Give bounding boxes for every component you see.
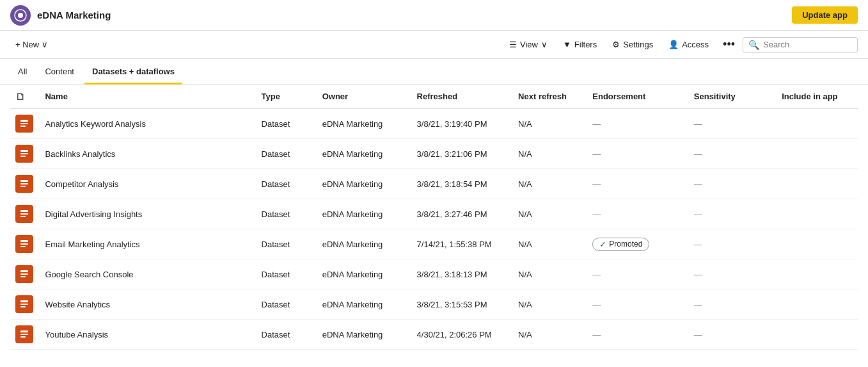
sensitivity-dash: — (694, 300, 702, 309)
row-refreshed-cell: 3/8/21, 3:18:54 PM (412, 169, 513, 199)
col-header-include-in-app: Include in app (777, 85, 858, 109)
row-sensitivity-cell: — (689, 199, 777, 229)
row-sensitivity-cell: — (689, 259, 777, 290)
row-name-cell[interactable]: Analytics Keyword Analysis (40, 109, 256, 139)
more-button[interactable]: ••• (718, 35, 740, 54)
row-icon-cell (10, 169, 40, 199)
row-next-refresh-cell: N/A (513, 229, 587, 259)
sensitivity-dash: — (694, 240, 702, 249)
endorsement-dash: — (592, 179, 601, 189)
row-sensitivity-cell: — (689, 169, 777, 199)
dataset-icon (15, 175, 33, 193)
tab-content[interactable]: Content (37, 59, 82, 85)
dataset-icon (15, 295, 33, 313)
row-name-cell[interactable]: Email Marketing Analytics (40, 229, 256, 259)
svg-rect-5 (20, 150, 28, 152)
row-include-cell (777, 259, 858, 290)
dataset-icon (15, 205, 33, 223)
row-include-cell (777, 169, 858, 199)
view-label: View (520, 40, 538, 49)
toolbar: + New ∨ ☰ View ∨ ▼ Filters ⚙ Settings 👤 … (0, 31, 868, 59)
tab-datasets[interactable]: Datasets + dataflows (84, 59, 182, 85)
col-header-next-refresh[interactable]: Next refresh (513, 85, 587, 109)
tab-all[interactable]: All (10, 59, 35, 85)
dataset-icon (15, 115, 33, 133)
col-header-name[interactable]: Name (40, 85, 256, 109)
endorsement-dash: — (592, 119, 601, 129)
svg-rect-18 (20, 273, 28, 275)
sensitivity-dash: — (694, 179, 702, 189)
filters-button[interactable]: ▼ Filters (556, 37, 603, 52)
svg-rect-16 (20, 246, 26, 247)
view-button[interactable]: ☰ View ∨ (503, 37, 554, 52)
new-button[interactable]: + New ∨ (10, 37, 53, 52)
row-type-cell: Dataset (256, 229, 317, 259)
row-owner-cell: eDNA Marketing (317, 169, 412, 199)
search-input[interactable] (763, 40, 840, 49)
svg-rect-8 (20, 180, 28, 182)
row-include-cell (777, 320, 858, 350)
view-chevron: ∨ (541, 40, 548, 49)
check-icon: ✓ (599, 240, 606, 249)
search-icon: 🔍 (748, 40, 759, 50)
table-container: 🗋 Name Type Owner Refreshed Next refresh… (0, 85, 868, 350)
sensitivity-dash: — (694, 330, 702, 339)
svg-rect-23 (20, 330, 28, 332)
row-include-cell (777, 290, 858, 320)
svg-point-1 (18, 13, 23, 18)
app-title-area: eDNA Marketing (10, 5, 111, 26)
toolbar-right: ☰ View ∨ ▼ Filters ⚙ Settings 👤 Access •… (503, 35, 858, 54)
row-name-cell[interactable]: Youtube Analysis (40, 320, 256, 350)
col-header-refreshed[interactable]: Refreshed (412, 85, 513, 109)
table-row: Analytics Keyword AnalysisDataseteDNA Ma… (10, 109, 858, 139)
svg-rect-3 (20, 123, 28, 124)
table-row: Website AnalyticsDataseteDNA Marketing3/… (10, 290, 858, 320)
row-refreshed-cell: 3/8/21, 3:19:40 PM (412, 109, 513, 139)
row-name-cell[interactable]: Competitor Analysis (40, 169, 256, 199)
row-icon-cell (10, 290, 40, 320)
settings-button[interactable]: ⚙ Settings (606, 37, 659, 52)
row-name-cell[interactable]: Digital Advertising Insights (40, 199, 256, 229)
row-refreshed-cell: 3/8/21, 3:18:13 PM (412, 259, 513, 290)
col-header-type[interactable]: Type (256, 85, 317, 109)
row-refreshed-cell: 7/14/21, 1:55:38 PM (412, 229, 513, 259)
app-title: eDNA Marketing (37, 10, 111, 20)
row-include-cell (777, 139, 858, 169)
row-name-cell[interactable]: Backlinks Analytics (40, 139, 256, 169)
search-area[interactable]: 🔍 (743, 37, 858, 53)
settings-icon: ⚙ (612, 40, 620, 49)
svg-rect-15 (20, 243, 28, 245)
row-type-cell: Dataset (256, 199, 317, 229)
row-name-cell[interactable]: Website Analytics (40, 290, 256, 320)
row-owner-cell: eDNA Marketing (317, 259, 412, 290)
promoted-badge: ✓ Promoted (592, 238, 649, 251)
endorsement-dash: — (592, 270, 601, 279)
svg-rect-6 (20, 153, 28, 154)
row-icon-cell (10, 320, 40, 350)
svg-rect-4 (20, 126, 26, 127)
row-icon-cell (10, 259, 40, 290)
col-header-endorsement[interactable]: Endorsement (587, 85, 688, 109)
access-button[interactable]: 👤 Access (662, 37, 715, 52)
row-next-refresh-cell: N/A (513, 169, 587, 199)
col-header-icon: 🗋 (10, 85, 40, 109)
row-owner-cell: eDNA Marketing (317, 109, 412, 139)
row-name-cell[interactable]: Google Search Console (40, 259, 256, 290)
endorsement-dash: — (592, 330, 601, 339)
row-type-cell: Dataset (256, 169, 317, 199)
row-type-cell: Dataset (256, 320, 317, 350)
table-row: Email Marketing AnalyticsDataseteDNA Mar… (10, 229, 858, 259)
col-header-owner[interactable]: Owner (317, 85, 412, 109)
update-app-button[interactable]: Update app (792, 6, 858, 24)
sensitivity-dash: — (694, 119, 702, 129)
promoted-label: Promoted (609, 240, 642, 249)
row-endorsement-cell: — (587, 139, 688, 169)
row-owner-cell: eDNA Marketing (317, 229, 412, 259)
table-header-row: 🗋 Name Type Owner Refreshed Next refresh… (10, 85, 858, 109)
col-header-sensitivity[interactable]: Sensitivity (689, 85, 777, 109)
row-endorsement-cell: — (587, 199, 688, 229)
dataset-icon (15, 325, 33, 343)
table-row: Digital Advertising InsightsDataseteDNA … (10, 199, 858, 229)
row-sensitivity-cell: — (689, 139, 777, 169)
row-include-cell (777, 199, 858, 229)
